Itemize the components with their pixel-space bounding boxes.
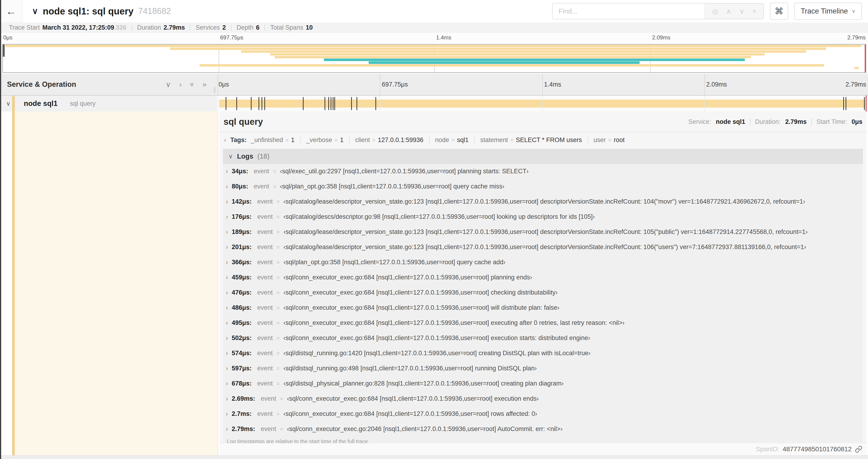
tags-label: Tags: [230,136,247,144]
log-entry-row[interactable]: ›459μs:event=‹sql/conn_executor_exec.go:… [223,270,863,285]
span-collapse-icon[interactable]: ∨ [6,100,10,107]
summary-label: Services [195,24,220,31]
tag-item: statement=SELECT * FROM users [480,136,582,144]
span-row-name-column[interactable]: ∨ node sql1 sql query [0,96,218,111]
trace-summary-item: Trace StartMarch 31 2022, 17:25:09.326 [4,24,132,31]
trace-summary-item: Services2 [190,24,231,31]
log-field-value: ‹sql/conn_executor_exec.go:684 [nsql1,cl… [283,289,558,296]
log-entry-row[interactable]: ›597μs:event=‹sql/distsql_running.go:498… [223,361,863,376]
logs-accordion-header[interactable]: ∨ Logs (18) [223,149,863,164]
log-event-tick [303,97,304,110]
equals-sign: = [608,137,611,143]
log-timestamp: 366μs: [232,259,252,266]
prev-result-icon[interactable]: ∧ [726,7,731,15]
log-timestamp: 176μs: [232,213,252,220]
log-entry-row[interactable]: ›201μs:event=‹sql/catalog/lease/descript… [223,239,863,255]
collapse-one-icon[interactable]: › [179,80,182,89]
equals-sign: = [334,137,338,143]
tag-value: 127.0.0.1:59936 [378,136,423,144]
span-row-timeline[interactable] [218,96,867,111]
log-field-value: ‹sql/plan_opt.go:358 [nsql1,client=127.0… [283,259,506,266]
log-entry-row[interactable]: ›502μs:event=‹sql/conn_executor_exec.go:… [223,330,863,346]
equals-sign: = [280,396,283,402]
summary-label: Depth [237,24,253,31]
back-button[interactable]: ← [0,0,23,22]
minimap-span-bar [199,64,824,66]
equals-sign: = [510,137,514,143]
equals-sign: = [277,365,280,372]
minimap-span-bar [241,51,806,53]
find-input[interactable] [553,3,705,19]
log-entry-row[interactable]: ›176μs:event=‹sql/catalog/descs/descript… [223,209,863,224]
log-event-tick [351,97,352,110]
log-entry-row[interactable]: ›80μs:event=‹sql/plan_opt.go:358 [nsql1,… [223,179,863,194]
clear-search-icon[interactable]: × [752,7,756,15]
timeline-minimap[interactable]: 0μs697.75μs1.4ms2.09ms2.79ms [0,33,868,74]
log-entry-row[interactable]: ›189μs:event=‹sql/catalog/lease/descript… [223,224,863,239]
log-entry-row[interactable]: ›574μs:event=‹sql/distsql_running.go:142… [223,346,863,361]
expand-all-icon[interactable]: » [188,82,196,86]
log-entry-row[interactable]: ›476μs:event=‹sql/conn_executor_exec.go:… [223,285,863,300]
column-resizer[interactable]: ∥ [213,86,216,93]
log-field-value: ‹sql/conn_executor_exec.go:684 [nsql1,cl… [283,334,590,342]
summary-value: 10 [306,24,313,31]
log-event-tick [356,97,357,110]
equals-sign: = [273,168,276,175]
divider [429,136,430,143]
log-entry-row[interactable]: ›678μs:event=‹sql/distsql_physical_plann… [223,376,863,391]
minimap-span-bar [270,53,765,56]
log-field-name: event [257,350,273,357]
view-options-label: Trace Timeline [801,7,848,15]
tag-item: client=127.0.0.1:59936 [355,136,423,144]
log-timestamp: 2.79ms: [232,425,255,433]
log-entry-row[interactable]: ›2.69ms:event=‹sql/conn_executor_exec.go… [223,391,863,406]
collapse-all-icon[interactable]: » [203,80,207,89]
collapse-trace-icon[interactable]: ∨ [32,6,38,16]
log-entry-row[interactable]: ›495μs:event=‹sql/conn_executor_exec.go:… [223,315,863,330]
next-result-icon[interactable]: ∨ [739,7,744,15]
divider [750,118,750,125]
tick-label: 2.09ms [706,81,727,88]
log-entry-row[interactable]: ›142μs:event=‹sql/catalog/lease/descript… [223,194,863,209]
log-field-name: event [257,380,273,387]
log-event-tick [843,97,844,110]
log-field-value: ‹sql/conn_executor_exec.go:684 [nsql1,cl… [287,395,539,402]
log-entry-row[interactable]: ›2.79ms:event=‹sql/conn_executor_exec.go… [223,421,863,437]
divider [811,118,812,125]
log-entry-row[interactable]: ›2.7ms:event=‹sql/conn_executor_exec.go:… [223,406,863,421]
deep-link-icon[interactable] [855,446,862,453]
equals-sign: = [277,198,280,205]
chevron-down-icon: ∨ [852,8,856,14]
equals-sign: = [277,244,280,251]
chevron-right-icon: › [226,304,228,312]
span-row[interactable]: ∨ node sql1 sql query [0,96,868,111]
log-entry-row[interactable]: ›486μs:event=‹sql/conn_executor_exec.go:… [223,300,863,315]
jaeger-trace-timeline-page: ← ∨ node sql1: sql query 7418682 ◎ ∧ ∨ ×… [0,0,868,459]
log-field-name: event [257,289,273,296]
chevron-right-icon: › [226,365,228,372]
chevron-right-icon: › [226,259,228,266]
log-event-tick [331,97,331,110]
locate-span-icon[interactable]: ◎ [712,7,718,15]
service-operation-title: Service & Operation [0,80,76,89]
tick-label: 0μs [219,81,229,88]
keyboard-shortcuts-button[interactable]: ⌘ [770,3,788,20]
service-label: Service: [688,118,711,126]
equals-sign: = [277,214,280,220]
equals-sign: = [277,381,280,387]
view-options-dropdown[interactable]: Trace Timeline ∨ [794,3,862,20]
minimap-left-scrubber[interactable] [3,44,5,57]
equals-sign: = [372,137,375,143]
trace-summary-item: Duration2.79ms [132,24,190,31]
tags-list: _unfinished=1_verbose=1client=127.0.0.1:… [251,136,625,144]
log-field-name: event [261,395,276,402]
expand-one-icon[interactable]: ∨ [165,80,171,89]
tag-item: user=root [594,136,625,144]
span-color-stripe [12,96,15,111]
tags-accordion[interactable]: › Tags: _unfinished=1_verbose=1client=12… [219,132,867,147]
minimap-canvas[interactable] [2,44,866,73]
log-entry-row[interactable]: ›34μs:event=‹sql/exec_util.go:2297 [nsql… [223,164,863,179]
log-entry-row[interactable]: ›366μs:event=‹sql/plan_opt.go:358 [nsql1… [223,255,863,270]
summary-value-suffix: .326 [114,24,126,31]
minimap-span-bar [855,67,859,69]
